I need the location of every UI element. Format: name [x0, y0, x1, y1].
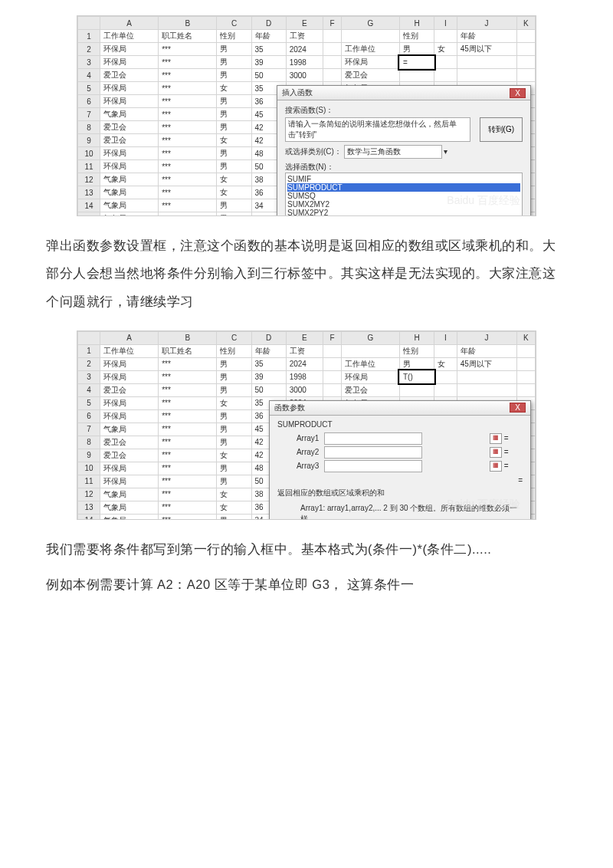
row-header[interactable]: 6	[78, 95, 100, 108]
cell[interactable]: 1998	[286, 370, 323, 383]
cell[interactable]	[341, 344, 399, 357]
col-header[interactable]: K	[516, 17, 535, 30]
row-header[interactable]: 3	[78, 370, 100, 383]
cell[interactable]: 39	[251, 370, 286, 383]
row-header[interactable]: 1	[78, 30, 100, 43]
cell[interactable]: 女	[217, 449, 251, 462]
cell[interactable]: 环保局	[100, 95, 159, 108]
col-header[interactable]: I	[434, 331, 457, 344]
cell[interactable]: 环保局	[100, 409, 159, 422]
cell[interactable]	[516, 370, 535, 383]
range-selector-icon[interactable]: ▦	[490, 447, 502, 458]
cell[interactable]: 工资	[286, 344, 323, 357]
cell[interactable]	[434, 383, 457, 396]
cell[interactable]: 男	[217, 108, 251, 121]
cell[interactable]	[516, 56, 535, 69]
cell[interactable]: 环保局	[100, 147, 159, 160]
row-header[interactable]: 10	[78, 147, 100, 160]
row-header[interactable]: 9	[78, 134, 100, 147]
row-header[interactable]: 8	[78, 436, 100, 449]
close-icon[interactable]: X	[510, 403, 526, 413]
cell[interactable]: 爱卫会	[100, 436, 159, 449]
cell[interactable]	[457, 383, 516, 396]
cell[interactable]: ***	[159, 449, 217, 462]
cell[interactable]: 45周以下	[457, 43, 516, 56]
cell[interactable]: 男	[217, 160, 251, 173]
cell[interactable]	[516, 344, 535, 357]
go-button[interactable]: 转到(G)	[480, 117, 523, 142]
cell[interactable]	[434, 344, 457, 357]
cell[interactable]: ***	[159, 396, 217, 409]
cell[interactable]: ***	[159, 436, 217, 449]
array3-input[interactable]	[324, 460, 422, 472]
cell[interactable]	[457, 69, 516, 82]
cell[interactable]: 环保局	[100, 462, 159, 475]
cell[interactable]	[323, 56, 342, 69]
cell[interactable]	[434, 69, 457, 82]
cell[interactable]	[516, 383, 535, 396]
cell[interactable]: 爱卫会	[100, 121, 159, 134]
cell[interactable]: 男	[217, 357, 251, 370]
cell[interactable]: 性别	[217, 344, 251, 357]
col-header[interactable]: E	[286, 17, 323, 30]
cell[interactable]	[323, 370, 342, 383]
row-header[interactable]: 3	[78, 56, 100, 69]
cell[interactable]: 男	[217, 147, 251, 160]
search-input[interactable]: 请输入一条简短的说明来描述您想做什么，然后单击"转到"	[285, 117, 470, 142]
row-header[interactable]: 10	[78, 462, 100, 475]
col-header[interactable]: C	[217, 17, 251, 30]
cell[interactable]: ***	[159, 488, 217, 501]
cell[interactable]: 环保局	[100, 370, 159, 383]
cell[interactable]: 环保局	[341, 56, 399, 69]
col-header[interactable]: H	[399, 17, 434, 30]
cell[interactable]: 女	[217, 173, 251, 186]
row-header[interactable]: 14	[78, 514, 100, 520]
cell[interactable]: 环保局	[100, 56, 159, 69]
col-header[interactable]: G	[341, 331, 399, 344]
cell[interactable]	[341, 30, 399, 43]
col-header[interactable]: B	[159, 17, 217, 30]
row-header[interactable]: 2	[78, 43, 100, 56]
cell[interactable]: 女	[217, 134, 251, 147]
col-header[interactable]	[78, 331, 100, 344]
cell[interactable]: 女	[217, 396, 251, 409]
col-header[interactable]: J	[457, 17, 516, 30]
row-header[interactable]: 12	[78, 173, 100, 186]
cell[interactable]: ***	[159, 69, 217, 82]
cell[interactable]: 2024	[286, 43, 323, 56]
cell[interactable]: 2024	[286, 357, 323, 370]
row-header[interactable]: 5	[78, 396, 100, 409]
cell[interactable]	[457, 370, 516, 383]
cell[interactable]: 年龄	[251, 344, 286, 357]
cell[interactable]	[434, 30, 457, 43]
cell[interactable]: 男	[217, 370, 251, 383]
chevron-down-icon[interactable]: ▾	[444, 147, 447, 156]
cell[interactable]: 环保局	[100, 475, 159, 488]
cell[interactable]: 35	[251, 357, 286, 370]
cell[interactable]: 3000	[286, 69, 323, 82]
cell[interactable]: ***	[159, 186, 217, 199]
cell[interactable]: ***	[159, 475, 217, 488]
cell[interactable]: 爱卫会	[100, 69, 159, 82]
cell[interactable]	[323, 357, 342, 370]
cell[interactable]: 男	[399, 43, 434, 56]
cell[interactable]: 男	[217, 95, 251, 108]
cell[interactable]: ***	[159, 134, 217, 147]
cell[interactable]: 环保局	[100, 43, 159, 56]
cell[interactable]: ***	[159, 43, 217, 56]
cell[interactable]	[323, 344, 342, 357]
category-select[interactable]: 数学与三角函数	[344, 145, 442, 159]
cell[interactable]: 气象局	[100, 173, 159, 186]
col-header[interactable]: A	[100, 17, 159, 30]
cell[interactable]: ***	[159, 160, 217, 173]
cell[interactable]: 女	[434, 357, 457, 370]
row-header[interactable]: 14	[78, 199, 100, 212]
cell[interactable]: ***	[159, 212, 217, 217]
cell[interactable]: 男	[217, 69, 251, 82]
cell[interactable]: 气象局	[100, 186, 159, 199]
cell[interactable]: 1998	[286, 56, 323, 69]
cell[interactable]: 男	[217, 409, 251, 422]
cell[interactable]: 女	[217, 501, 251, 514]
cell[interactable]: 35	[251, 43, 286, 56]
row-header[interactable]: 1	[78, 344, 100, 357]
